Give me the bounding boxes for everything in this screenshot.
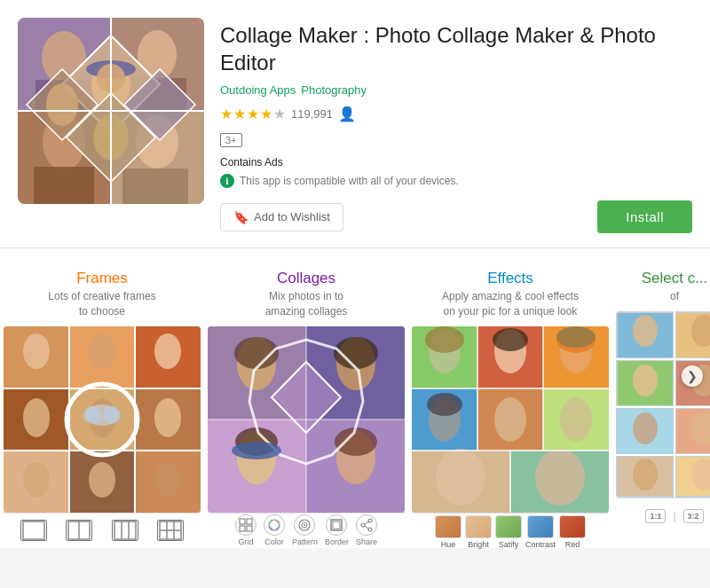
svg-point-23 <box>46 83 78 126</box>
collages-svg <box>208 326 405 513</box>
frame-icon-3[interactable] <box>112 520 138 541</box>
svg-rect-86 <box>240 526 245 531</box>
next-arrow[interactable]: ❯ <box>682 365 703 387</box>
svg-point-117 <box>493 328 528 351</box>
svg-line-98 <box>365 526 368 529</box>
install-button[interactable]: Install <box>597 200 692 233</box>
frames-desc: Lots of creative framesto choose <box>4 289 201 319</box>
effect-contrast[interactable]: Contrast <box>525 515 556 549</box>
screenshot-effects: Effects Apply amazing & cool effectson y… <box>408 270 612 548</box>
svg-rect-93 <box>333 521 340 529</box>
effects-svg <box>412 326 609 513</box>
svg-point-77 <box>335 427 377 456</box>
svg-point-41 <box>23 398 50 437</box>
frames-bottom-bar <box>4 513 201 548</box>
effect-red[interactable]: Red <box>559 515 586 549</box>
developer-link[interactable]: Outdoing Apps <box>220 83 296 97</box>
svg-rect-58 <box>114 521 136 539</box>
app-icon-svg <box>18 18 204 204</box>
svg-point-39 <box>89 333 115 369</box>
collages-title: Collages <box>208 270 405 287</box>
contrast-swatch <box>527 515 554 538</box>
effects-image <box>412 326 609 513</box>
age-badge: 3+ <box>220 133 242 147</box>
collage-bottom-icons: Grid Color <box>232 511 381 550</box>
compatible-row: ℹ This app is compatible with all of you… <box>220 174 692 188</box>
effects-thumbnails: Hue Bright Satify <box>431 512 589 549</box>
satify-label: Satify <box>499 540 519 549</box>
pattern-shape <box>294 514 315 536</box>
contrast-label: Contrast <box>525 540 556 549</box>
effect-hue[interactable]: Hue <box>435 515 462 549</box>
svg-point-46 <box>154 462 181 498</box>
bright-swatch <box>465 515 492 538</box>
frame-icon-2[interactable] <box>66 520 92 541</box>
svg-rect-121 <box>412 326 477 388</box>
bottom-actions: 🔖 Add to Wishlist Install <box>220 200 692 233</box>
svg-point-81 <box>232 442 281 459</box>
app-info: Collage Maker : Photo Collage Maker & Ph… <box>220 18 692 233</box>
grid-icon-btn[interactable]: Grid <box>235 514 256 546</box>
collages-desc: Mix photos in toamazing collages <box>208 289 405 319</box>
app-meta: Outdoing Apps Photography <box>220 83 692 97</box>
app-icon <box>18 18 204 204</box>
color-shape <box>264 514 285 536</box>
pattern-label: Pattern <box>292 537 318 546</box>
svg-rect-12 <box>122 169 188 204</box>
effect-bright[interactable]: Bright <box>465 515 492 549</box>
share-label: Share <box>356 537 377 546</box>
select-image <box>616 311 710 498</box>
border-icon-btn[interactable]: Border <box>325 514 349 546</box>
bright-label: Bright <box>468 540 489 549</box>
ratio-3-2[interactable]: 3:2 <box>683 509 704 523</box>
screenshot-select: Select c... of <box>612 270 710 548</box>
app-page: Collage Maker : Photo Collage Maker & Ph… <box>0 0 710 548</box>
screenshots-section: Frames Lots of creative framesto choose <box>0 255 710 548</box>
category-link[interactable]: Photography <box>301 83 367 97</box>
wishlist-icon: 🔖 <box>233 210 248 224</box>
frame-icon-4[interactable] <box>157 520 184 541</box>
compatible-icon: ℹ <box>220 174 234 188</box>
red-swatch <box>559 515 586 538</box>
svg-point-95 <box>361 523 365 527</box>
ratio-1-1[interactable]: 1:1 <box>645 509 666 523</box>
svg-point-115 <box>535 449 585 506</box>
share-icon-btn[interactable]: Share <box>356 514 377 546</box>
svg-point-40 <box>154 333 181 369</box>
effects-desc: Apply amazing & cool effectson your pic … <box>412 289 609 319</box>
rating-count: 119,991 <box>291 107 333 121</box>
share-shape <box>356 514 377 536</box>
wishlist-button[interactable]: 🔖 Add to Wishlist <box>220 203 343 231</box>
svg-point-138 <box>633 315 658 347</box>
effects-title: Effects <box>412 270 609 287</box>
select-title: Select c... <box>616 270 710 287</box>
svg-rect-85 <box>247 519 252 524</box>
frames-svg <box>4 326 201 513</box>
svg-line-97 <box>365 521 368 524</box>
ratio-divider: | <box>673 510 675 522</box>
svg-rect-84 <box>240 519 245 524</box>
select-svg <box>616 311 710 498</box>
star-1: ★ <box>220 106 233 122</box>
contains-ads: Contains Ads <box>220 156 692 169</box>
screenshot-collages: Collages Mix photos in toamazing collage… <box>204 270 408 548</box>
pattern-icon-btn[interactable]: Pattern <box>292 514 318 546</box>
rating-section: ★ ★ ★ ★ ★ 119,991 👤 <box>220 106 692 122</box>
svg-point-45 <box>89 462 115 498</box>
select-label: Select c... of <box>616 270 710 304</box>
frame-icon-1[interactable] <box>20 520 47 541</box>
select-bottom-bar: 1:1 | 3:2 <box>616 498 710 533</box>
user-icon: 👤 <box>338 106 356 122</box>
effect-satify[interactable]: Satify <box>495 515 522 549</box>
collages-label: Collages Mix photos in toamazing collage… <box>208 270 405 319</box>
color-icon-btn[interactable]: Color <box>264 514 285 546</box>
collages-bottom-bar: Grid Color <box>208 513 405 548</box>
hue-label: Hue <box>441 540 456 549</box>
svg-rect-87 <box>247 526 252 531</box>
top-section: Collage Maker : Photo Collage Maker & Ph… <box>0 0 710 248</box>
svg-point-144 <box>633 459 658 490</box>
effects-bottom-bar: Hue Bright Satify <box>412 513 609 548</box>
compatible-text: This app is compatible with all of your … <box>240 175 459 187</box>
stars: ★ ★ ★ ★ ★ <box>220 106 286 122</box>
select-desc: of <box>616 289 710 304</box>
